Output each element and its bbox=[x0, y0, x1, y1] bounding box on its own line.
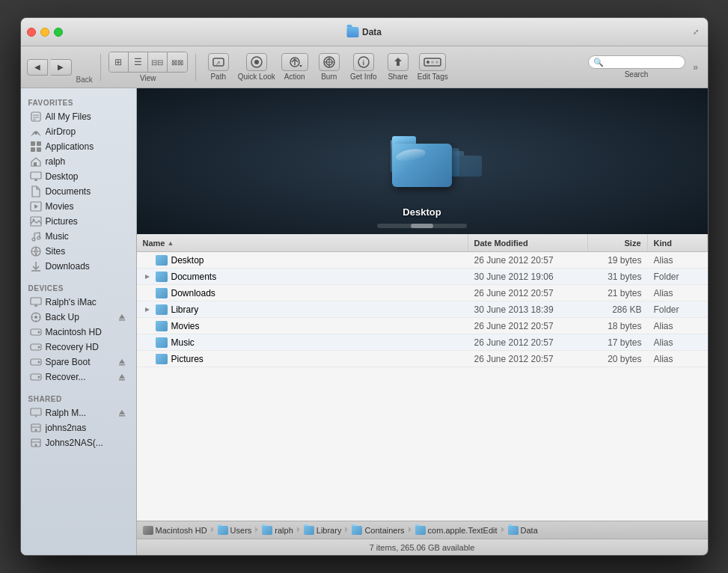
minimize-button[interactable] bbox=[40, 28, 49, 37]
file-list-area: Name ▲ Date Modified Size Kind Desktop26… bbox=[137, 234, 708, 521]
sidebar-item-pictures[interactable]: Pictures bbox=[24, 214, 133, 229]
more-icon[interactable]: » bbox=[690, 62, 702, 73]
col-header-date[interactable]: Date Modified bbox=[468, 234, 588, 251]
svg-rect-61 bbox=[31, 408, 41, 415]
sidebar-item-movies[interactable]: Movies bbox=[24, 199, 133, 214]
burn-button[interactable]: Burn bbox=[314, 53, 344, 81]
table-row[interactable]: Documents30 June 2012 19:0631 bytesFolde… bbox=[137, 269, 708, 285]
sidebar-item-ralph[interactable]: ralph bbox=[24, 154, 133, 169]
sidebar: FAVORITES All My FilesAirDropApplication… bbox=[21, 88, 137, 555]
sidebar-item-spare-boot[interactable]: Spare Boot bbox=[24, 355, 133, 370]
sidebar-icon-downloads bbox=[30, 260, 42, 272]
sidebar-item-label-documents: Documents bbox=[46, 186, 127, 197]
svg-rect-22 bbox=[37, 141, 41, 146]
sidebar-item-label-recover: Recover... bbox=[46, 372, 113, 382]
eject-button-recover[interactable] bbox=[117, 372, 127, 382]
file-size-6: 20 bytes bbox=[588, 354, 648, 364]
svg-rect-25 bbox=[34, 162, 37, 166]
sidebar-icon-sites bbox=[30, 245, 42, 257]
sidebar-item-label-pictures: Pictures bbox=[46, 216, 127, 227]
sidebar-item-airdrop[interactable]: AirDrop bbox=[24, 124, 133, 139]
quicklook-button[interactable]: Quick Look bbox=[238, 53, 275, 81]
sidebar-item-back-up[interactable]: Back Up bbox=[24, 310, 133, 325]
table-row[interactable]: Library30 June 2013 18:39286 KBFolder bbox=[137, 301, 708, 318]
path-folder-icon-4 bbox=[352, 526, 362, 535]
sidebar-item-johns2nas[interactable]: johns2nas bbox=[24, 420, 133, 435]
svg-rect-14 bbox=[431, 61, 434, 64]
icon-view-button[interactable]: ⊞ bbox=[109, 52, 129, 72]
file-size-0: 19 bytes bbox=[588, 255, 648, 266]
path-item-6[interactable]: Data bbox=[508, 526, 538, 535]
eject-button-back-up[interactable] bbox=[117, 312, 127, 322]
path-item-0[interactable]: Macintosh HD bbox=[143, 526, 207, 535]
sidebar-item-sites[interactable]: Sites bbox=[24, 244, 133, 259]
sidebar-item-music[interactable]: Music bbox=[24, 229, 133, 244]
col-header-name[interactable]: Name ▲ bbox=[137, 234, 468, 251]
col-header-size[interactable]: Size bbox=[588, 234, 648, 251]
sidebar-item-ralphs-imac[interactable]: Ralph's iMac bbox=[24, 295, 133, 310]
favorites-section-label: FAVORITES bbox=[21, 94, 136, 109]
expand-triangle-1[interactable] bbox=[143, 274, 152, 280]
forward-button[interactable]: ▶ bbox=[51, 59, 72, 76]
path-item-3[interactable]: Library bbox=[304, 526, 342, 535]
list-view-button[interactable]: ☰ bbox=[129, 52, 148, 72]
sidebar-item-applications[interactable]: Applications bbox=[24, 139, 133, 154]
path-item-5[interactable]: com.apple.TextEdit bbox=[415, 526, 498, 535]
action-button[interactable]: Action bbox=[280, 53, 310, 81]
sidebar-item-all-my-files[interactable]: All My Files bbox=[24, 109, 133, 124]
coverflow-view-button[interactable]: ⊠⊠ bbox=[168, 52, 187, 72]
getinfo-button[interactable]: i Get Info bbox=[349, 53, 379, 81]
file-name-6: Pictures bbox=[137, 354, 468, 364]
sidebar-item-johns2nas2[interactable]: Johns2NAS(... bbox=[24, 435, 133, 450]
path-sep-2 bbox=[296, 526, 301, 535]
svg-marker-72 bbox=[145, 307, 150, 312]
maximize-button[interactable] bbox=[54, 28, 63, 37]
file-name-0: Desktop bbox=[137, 255, 468, 266]
share-button[interactable]: Share bbox=[383, 53, 413, 81]
svg-rect-24 bbox=[37, 147, 41, 152]
col-header-kind[interactable]: Kind bbox=[648, 234, 708, 251]
table-row[interactable]: Music26 June 2012 20:5717 bytesAlias bbox=[137, 334, 708, 351]
column-view-button[interactable]: ⊟⊟ bbox=[148, 52, 168, 72]
eject-button-ralph-m[interactable] bbox=[117, 408, 127, 418]
sidebar-item-desktop[interactable]: Desktop bbox=[24, 169, 133, 184]
svg-rect-23 bbox=[31, 147, 35, 152]
path-item-4[interactable]: Containers bbox=[352, 526, 404, 535]
sidebar-item-recover[interactable]: Recover... bbox=[24, 370, 133, 384]
table-row[interactable]: Pictures26 June 2012 20:5720 bytesAlias bbox=[137, 351, 708, 367]
sidebar-item-label-applications: Applications bbox=[46, 141, 127, 152]
sidebar-icon-airdrop bbox=[30, 126, 42, 138]
file-icon-3 bbox=[156, 304, 168, 315]
title-text: Data bbox=[362, 27, 382, 37]
sidebar-item-ralph-m[interactable]: Ralph M... bbox=[24, 405, 133, 420]
path-item-2[interactable]: ralph bbox=[262, 526, 293, 535]
sidebar-item-recovery-hd[interactable]: Recovery HD bbox=[24, 340, 133, 355]
close-button[interactable] bbox=[27, 28, 36, 37]
main-panel: Desktop Name ▲ Date Modified Size bbox=[137, 88, 708, 555]
sidebar-item-documents[interactable]: Documents bbox=[24, 184, 133, 199]
sidebar-item-label-desktop: Desktop bbox=[46, 171, 127, 182]
edittags-button[interactable]: Edit Tags bbox=[417, 53, 448, 81]
sidebar-devices: Ralph's iMacBack UpMacintosh HDRecovery … bbox=[21, 295, 136, 384]
sidebar-item-downloads[interactable]: Downloads bbox=[24, 259, 133, 274]
table-row[interactable]: Downloads26 June 2012 20:5721 bytesAlias bbox=[137, 285, 708, 301]
sidebar-icon-ralph bbox=[30, 156, 42, 168]
expand-icon[interactable]: ⤢ bbox=[690, 26, 702, 38]
back-button[interactable]: ◀ bbox=[27, 59, 48, 76]
path-svg: ↗ bbox=[212, 56, 224, 68]
scroll-thumb bbox=[411, 224, 433, 228]
file-date-4: 26 June 2012 20:57 bbox=[468, 321, 588, 331]
file-name-text-3: Library bbox=[171, 304, 199, 315]
expand-triangle-3[interactable] bbox=[143, 307, 152, 313]
table-row[interactable]: Movies26 June 2012 20:5718 bytesAlias bbox=[137, 318, 708, 334]
table-row[interactable]: Desktop26 June 2012 20:5719 bytesAlias bbox=[137, 252, 708, 269]
path-item-1[interactable]: Users bbox=[218, 526, 252, 535]
eject-button-spare-boot[interactable] bbox=[117, 357, 127, 367]
status-bar: 7 items, 265.06 GB available bbox=[137, 539, 708, 555]
devices-section-label: DEVICES bbox=[21, 280, 136, 295]
sidebar-item-macintosh-hd[interactable]: Macintosh HD bbox=[24, 325, 133, 340]
search-input[interactable] bbox=[606, 58, 680, 67]
path-button[interactable]: ↗ Path bbox=[204, 53, 233, 81]
titlebar: Data ⤢ bbox=[21, 18, 708, 46]
file-icon-0 bbox=[156, 255, 168, 266]
